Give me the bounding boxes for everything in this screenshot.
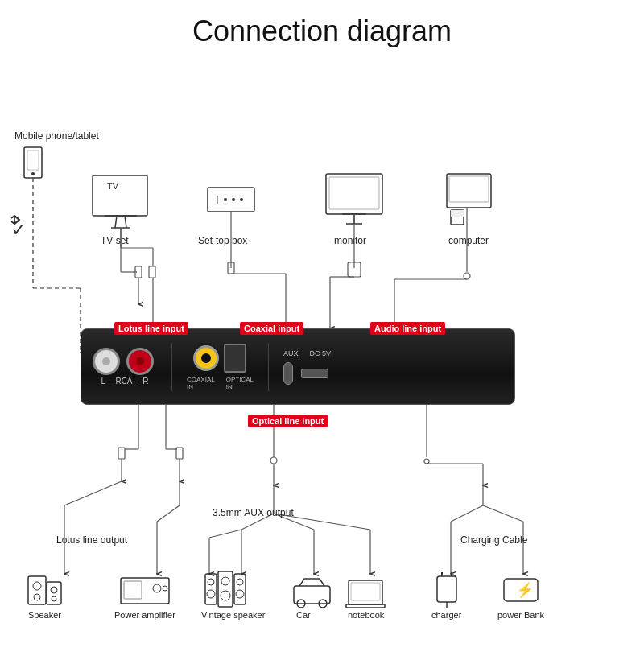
svg-rect-102	[218, 571, 233, 607]
svg-rect-12	[208, 188, 254, 212]
svg-rect-105	[234, 574, 246, 604]
svg-text:computer: computer	[448, 235, 489, 246]
lotus-input-badge: Lotus line input	[114, 322, 188, 335]
audio-input-badge: Audio line input	[370, 322, 445, 335]
central-device: L —RCA— R COAXIALIN OPTICALIN AUX DC 5V	[80, 328, 515, 405]
svg-text:notebook: notebook	[348, 610, 385, 620]
svg-text:Set-top box: Set-top box	[198, 235, 247, 246]
svg-text:power Bank: power Bank	[497, 610, 545, 620]
svg-point-88	[33, 582, 41, 590]
svg-point-89	[34, 594, 40, 600]
svg-text:TV: TV	[107, 181, 119, 191]
svg-point-65	[424, 459, 429, 464]
svg-rect-122	[504, 579, 538, 601]
svg-line-81	[451, 505, 483, 522]
svg-rect-1	[24, 147, 42, 178]
coaxial-input-badge: Coaxial input	[240, 322, 303, 335]
svg-line-71	[157, 505, 180, 522]
svg-text:⚡: ⚡	[516, 581, 535, 599]
dc5v-port-label: DC 5V	[309, 349, 331, 357]
coaxial-in-label: COAXIALIN	[187, 376, 215, 390]
svg-rect-99	[205, 574, 217, 604]
svg-rect-18	[326, 174, 382, 214]
svg-point-14	[224, 198, 227, 201]
lotus-output-label: Lotus line output	[56, 534, 127, 546]
svg-text:✓: ✓	[11, 220, 26, 240]
rca-left-connector	[93, 348, 120, 375]
svg-rect-90	[47, 582, 61, 604]
diagram-area: Mobile phone/tablet ✓ TV TV set Set-top …	[0, 55, 644, 660]
page-title: Connection diagram	[0, 0, 644, 55]
svg-rect-87	[28, 576, 46, 604]
svg-line-68	[64, 481, 122, 505]
svg-rect-113	[349, 580, 382, 604]
svg-point-103	[221, 577, 229, 585]
svg-text:Vintage speaker: Vintage speaker	[201, 610, 266, 620]
aux-output-label: 3.5mm AUX output	[213, 507, 294, 518]
svg-text:Mobile phone/tablet: Mobile phone/tablet	[14, 130, 99, 142]
svg-rect-2	[27, 151, 39, 170]
svg-point-91	[51, 587, 57, 593]
svg-rect-5	[93, 175, 147, 216]
svg-point-100	[208, 579, 214, 585]
svg-rect-59	[176, 448, 183, 459]
svg-rect-26	[451, 210, 464, 225]
svg-rect-109	[294, 586, 330, 604]
svg-rect-95	[124, 581, 142, 599]
aux-port-label: AUX	[283, 349, 299, 357]
svg-point-96	[153, 584, 161, 592]
svg-point-3	[31, 172, 35, 175]
svg-point-47	[464, 273, 470, 279]
optical-in-label: OPTICALIN	[226, 376, 254, 390]
svg-point-104	[221, 591, 230, 600]
svg-line-85	[209, 530, 242, 538]
coaxial-port	[193, 345, 219, 371]
svg-point-110	[297, 600, 305, 608]
svg-rect-34	[149, 266, 155, 278]
svg-point-16	[240, 198, 243, 201]
aux-jack	[283, 362, 293, 385]
svg-text:Power amplifier: Power amplifier	[114, 610, 175, 620]
svg-text:charger: charger	[431, 610, 462, 620]
svg-rect-31	[135, 266, 142, 278]
svg-point-62	[270, 457, 277, 464]
svg-rect-39	[228, 262, 234, 274]
svg-rect-19	[329, 177, 379, 209]
svg-rect-117	[437, 576, 456, 602]
svg-point-97	[163, 586, 167, 591]
usb-port	[301, 369, 328, 378]
svg-point-92	[52, 596, 56, 601]
svg-rect-55	[118, 448, 125, 459]
svg-point-101	[207, 590, 215, 598]
rca-right-connector	[126, 348, 154, 375]
svg-rect-24	[447, 174, 491, 208]
svg-rect-94	[121, 578, 169, 604]
svg-line-8	[125, 216, 126, 228]
svg-line-7	[115, 216, 117, 228]
rca-label: L —RCA— R	[101, 377, 148, 386]
svg-point-111	[319, 600, 327, 608]
charging-cable-label: Charging Cable	[460, 534, 527, 546]
optical-port	[224, 344, 246, 373]
svg-text:TV set: TV set	[101, 235, 129, 246]
svg-rect-25	[449, 176, 489, 202]
optical-input-badge: Optical line input	[248, 415, 328, 427]
svg-line-83	[483, 505, 523, 522]
svg-point-15	[232, 198, 235, 201]
svg-rect-43	[348, 262, 361, 277]
svg-rect-114	[351, 583, 380, 600]
svg-point-106	[237, 579, 243, 585]
svg-text:Speaker: Speaker	[28, 610, 61, 620]
svg-text:monitor: monitor	[334, 235, 366, 246]
svg-rect-27	[451, 210, 464, 217]
svg-rect-115	[346, 604, 385, 608]
svg-text:Car: Car	[296, 610, 311, 620]
svg-point-107	[236, 590, 244, 598]
